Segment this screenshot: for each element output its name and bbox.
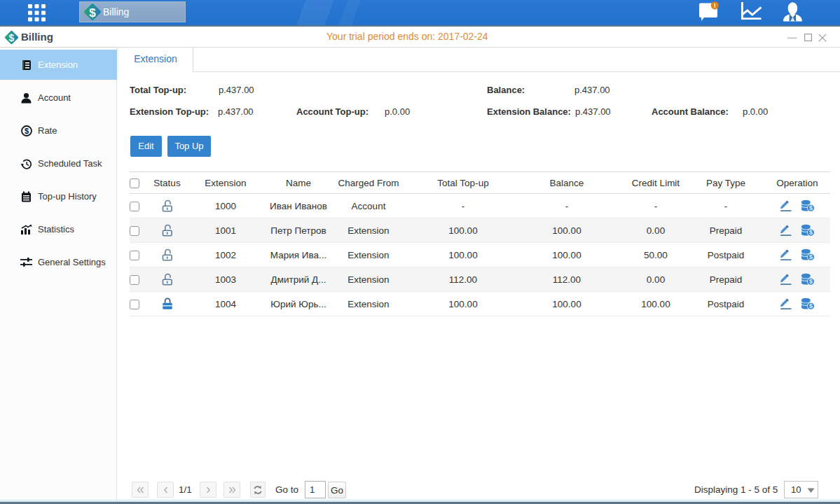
svg-text:!: ! — [714, 2, 716, 9]
svg-text:$: $ — [89, 6, 96, 20]
svg-text:$: $ — [9, 32, 15, 43]
svg-text:$: $ — [24, 127, 28, 135]
